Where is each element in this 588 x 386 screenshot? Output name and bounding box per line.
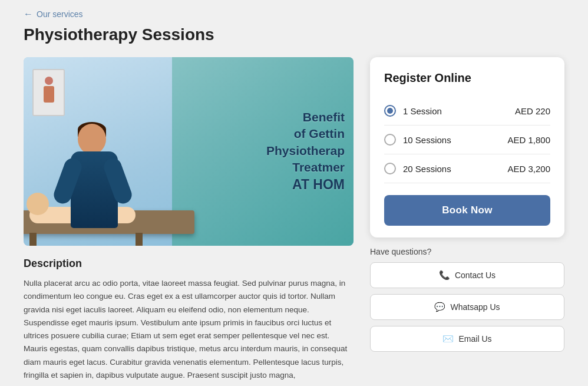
content-area: Benefit of Gettin Physiotherap Treatmer … — [24, 57, 564, 382]
table-leg-left — [29, 233, 37, 246]
patient-head — [27, 193, 49, 215]
back-arrow-icon[interactable]: ← — [24, 9, 33, 19]
session-price-1: AED 220 — [515, 106, 550, 116]
therapist-torso — [71, 151, 118, 228]
phone-icon: 📞 — [439, 270, 450, 281]
radio-1[interactable] — [384, 105, 396, 117]
hero-image: Benefit of Gettin Physiotherap Treatmer … — [24, 57, 354, 246]
hero-text-line2: of Gettin — [266, 126, 345, 142]
radio-3[interactable] — [384, 163, 396, 174]
hero-text-line3: Physiotherap — [266, 142, 345, 159]
book-now-button[interactable]: Book Now — [384, 195, 550, 226]
left-column: Benefit of Gettin Physiotherap Treatmer … — [24, 57, 354, 382]
anatomy-figure — [43, 77, 55, 109]
session-price-2: AED 1,800 — [507, 135, 550, 145]
right-column: Register Online 1 Session AED 220 — [370, 57, 564, 358]
email-button[interactable]: ✉️ Email Us — [370, 326, 564, 352]
hero-text-line4: Treatmer — [266, 159, 345, 176]
email-icon: ✉️ — [442, 334, 454, 344]
contact-us-label: Contact Us — [455, 270, 495, 280]
breadcrumb: ← Our services — [24, 9, 564, 19]
email-label: Email Us — [458, 334, 491, 344]
session-option-1-left: 1 Session — [384, 105, 442, 117]
breadcrumb-link[interactable]: Our services — [37, 9, 83, 19]
anatomy-head — [45, 77, 53, 85]
description-title: Description — [24, 258, 354, 270]
table-leg-right — [136, 233, 143, 246]
physio-scene: Benefit of Gettin Physiotherap Treatmer … — [24, 57, 354, 246]
session-label-2: 10 Sessions — [403, 135, 451, 145]
whatsapp-label: Whatsapp Us — [450, 302, 500, 312]
radio-2[interactable] — [384, 134, 396, 146]
anatomy-poster — [32, 69, 65, 116]
session-option-2[interactable]: 10 Sessions AED 1,800 — [384, 126, 550, 154]
radio-1-inner — [387, 108, 393, 114]
booking-card: Register Online 1 Session AED 220 — [370, 57, 564, 237]
whatsapp-button[interactable]: 💬 Whatsapp Us — [370, 294, 564, 320]
whatsapp-icon: 💬 — [434, 302, 445, 312]
hero-text-line5: AT HOM — [266, 176, 345, 194]
page-wrapper: ← Our services Physiotherapy Sessions — [0, 0, 588, 386]
booking-card-title: Register Online — [384, 71, 550, 85]
therapist-head — [78, 124, 106, 154]
anatomy-body — [44, 86, 54, 103]
session-option-3[interactable]: 20 Sessions AED 3,200 — [384, 154, 550, 183]
questions-label: Have questions? — [370, 247, 564, 256]
session-label-3: 20 Sessions — [403, 164, 451, 174]
description-body: Nulla placerat arcu ac odio porta, vitae… — [24, 277, 354, 382]
session-price-3: AED 3,200 — [507, 164, 550, 174]
session-option-1[interactable]: 1 Session AED 220 — [384, 97, 550, 126]
hero-text-overlay: Benefit of Gettin Physiotherap Treatmer … — [266, 109, 345, 194]
session-label-1: 1 Session — [403, 106, 442, 116]
page-title: Physiotherapy Sessions — [24, 25, 564, 44]
session-option-2-left: 10 Sessions — [384, 134, 451, 146]
session-option-3-left: 20 Sessions — [384, 163, 451, 174]
contact-us-button[interactable]: 📞 Contact Us — [370, 262, 564, 288]
hero-text-line1: Benefit — [266, 109, 345, 126]
